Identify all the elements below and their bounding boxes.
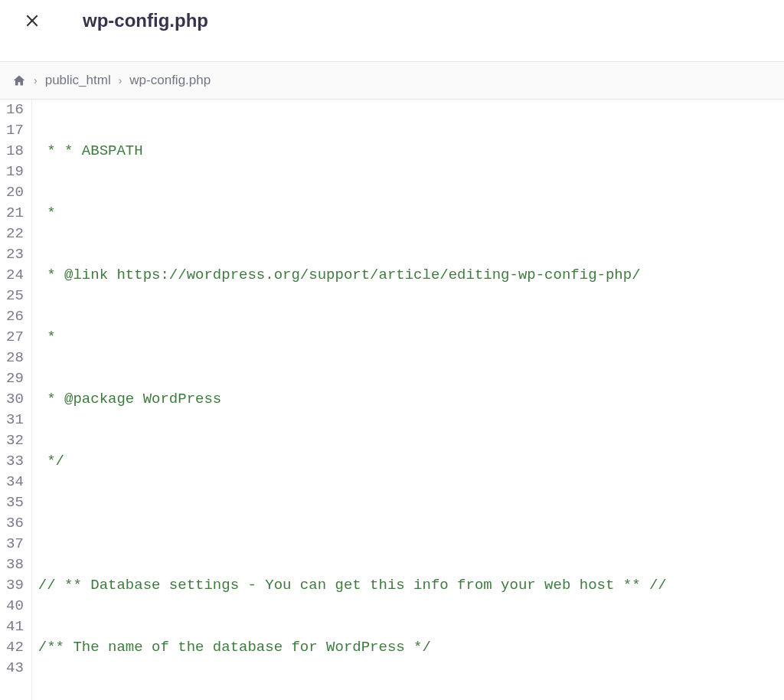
breadcrumb-item-folder[interactable]: public_html: [45, 73, 111, 88]
line-gutter: 1617181920212223242526272829303132333435…: [0, 100, 32, 700]
code-line[interactable]: *: [38, 203, 784, 224]
breadcrumb: › public_html › wp-config.php: [0, 61, 784, 100]
code-line[interactable]: /** The name of the database for WordPre…: [38, 637, 784, 658]
code-line[interactable]: [38, 513, 784, 534]
code-line[interactable]: */: [38, 451, 784, 472]
breadcrumb-item-file[interactable]: wp-config.php: [129, 73, 211, 88]
chevron-right-icon: ›: [119, 74, 122, 87]
code-editor[interactable]: 1617181920212223242526272829303132333435…: [0, 100, 784, 700]
editor-header: wp-config.php: [0, 0, 784, 41]
code-line[interactable]: // ** Database settings - You can get th…: [38, 575, 784, 596]
chevron-right-icon: ›: [34, 74, 38, 87]
code-area[interactable]: * * ABSPATH * * @link https://wordpress.…: [32, 100, 784, 700]
code-line[interactable]: * * ABSPATH: [38, 141, 784, 162]
close-icon[interactable]: [24, 13, 40, 28]
code-line[interactable]: * @package WordPress: [38, 389, 784, 410]
code-line[interactable]: *: [38, 327, 784, 348]
home-icon[interactable]: [12, 74, 26, 87]
code-line[interactable]: * @link https://wordpress.org/support/ar…: [38, 265, 784, 286]
file-title: wp-config.php: [83, 10, 208, 31]
